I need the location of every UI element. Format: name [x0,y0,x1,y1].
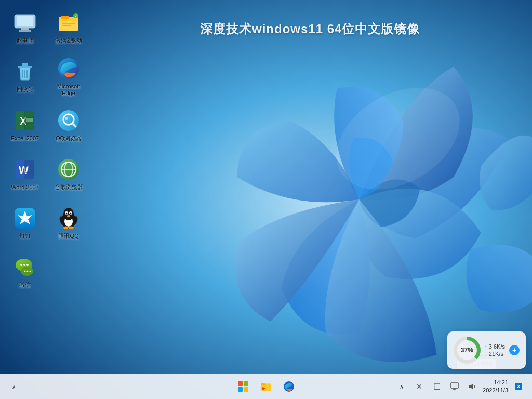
svg-text:W: W [19,164,29,176]
svg-point-51 [69,227,74,229]
svg-point-48 [70,213,72,215]
svg-text:3: 3 [517,384,520,389]
svg-rect-8 [61,16,69,19]
show-hidden-icons-button[interactable]: ∧ [6,379,21,394]
excel-icon: X [12,108,37,133]
checkbox-tray-button[interactable]: ☐ [430,379,444,394]
download-speed-row: ↓ 21K/s [485,351,505,357]
download-arrow-icon: ↓ [485,351,487,357]
cpu-percent: 37% [457,340,477,360]
icon-label-dingding: 钉钉 [19,233,31,240]
svg-point-49 [67,215,70,217]
tencent-qq-icon [56,206,81,231]
icon-label-qq-browser: QQ浏览器 [56,135,82,142]
heyou-browser-icon [56,157,81,182]
taskbar-right: ∧ ✕ ☐ 14:21 2022/11/3 [266,379,526,395]
svg-rect-64 [238,387,243,392]
volume-button[interactable] [465,379,480,394]
icon-excel-2007[interactable]: X Excel 2007 [4,102,46,149]
svg-point-44 [63,208,74,220]
svg-point-55 [20,264,22,266]
icon-label-tencent-qq: 腾讯QQ [58,233,78,240]
time-display: 14:21 [483,379,508,387]
svg-rect-73 [451,383,458,388]
icon-microsoft-edge[interactable]: Microsoft Edge [48,53,89,100]
svg-point-60 [27,271,29,272]
svg-text:✓: ✓ [74,14,77,18]
svg-rect-25 [26,118,33,122]
svg-rect-62 [238,381,243,386]
svg-rect-4 [21,28,29,30]
taskbar-center [234,377,298,396]
edge-taskbar-button[interactable] [280,377,298,396]
upload-arrow-icon: ↑ [485,344,487,350]
icon-label-activate: 激活&驱动 [55,37,82,44]
icon-wechat[interactable]: 微信 [4,248,46,295]
activate-driver-icon: ✓ [56,10,81,35]
icon-label-edge: Microsoft Edge [50,83,87,97]
svg-point-56 [23,264,25,266]
tray-chevron-button[interactable]: ∧ [394,379,409,394]
word-icon: W [12,157,37,182]
svg-rect-13 [18,66,32,68]
svg-rect-70 [262,388,265,389]
svg-marker-76 [469,383,473,390]
svg-rect-69 [262,387,264,388]
icon-heyou-browser[interactable]: 合歌浏览器 [48,151,89,197]
svg-point-57 [26,264,29,266]
download-speed: 21K/s [489,351,503,357]
date-display: 2022/11/3 [483,387,508,394]
add-widget-button[interactable]: + [509,345,520,355]
close-tray-button[interactable]: ✕ [412,379,427,394]
svg-rect-63 [244,381,248,386]
svg-point-47 [66,213,68,215]
desktop: 深度技术windows11 64位中文版镜像 此电脑 [0,0,532,399]
upload-speed: 3.6K/s [489,343,505,350]
desktop-icons-area: 此电脑 ✓ 激活&驱动 [4,4,89,295]
svg-text:X: X [20,115,27,127]
taskbar-left: ∧ [6,379,266,394]
icon-qq-browser[interactable]: QQ浏览器 [48,102,89,149]
network-widget: 37% ↑ 3.6K/s ↓ 21K/s + [447,331,526,369]
svg-point-50 [63,227,69,229]
icon-label-recycle: 回收站 [17,86,34,93]
display-settings-button[interactable] [447,379,462,394]
icon-label-wechat: 微信 [19,282,31,288]
svg-point-59 [24,271,26,272]
wechat-icon [12,255,37,280]
watermark: 深度技术windows11 64位中文版镜像 [200,21,420,37]
svg-rect-68 [261,383,265,385]
cpu-usage-circle: 37% [454,337,481,364]
upload-speed-row: ↑ 3.6K/s [485,343,505,350]
svg-point-61 [30,271,31,272]
svg-rect-14 [22,63,28,66]
icon-label-word: Word 2007 [11,184,39,191]
svg-rect-3 [17,16,33,26]
clock-area[interactable]: 14:21 2022/11/3 [483,379,508,395]
svg-rect-5 [19,30,31,32]
icon-tencent-qq[interactable]: 腾讯QQ [48,200,89,246]
svg-point-26 [58,110,79,131]
icon-word-2007[interactable]: W Word 2007 [4,151,46,197]
microsoft-edge-icon [56,56,81,81]
this-computer-icon [12,10,37,35]
icon-label-excel: Excel 2007 [11,135,39,142]
svg-rect-65 [244,387,248,392]
icon-label-heyou: 合歌浏览器 [55,184,83,191]
icon-label-this-computer: 此电脑 [17,37,34,44]
network-speeds: ↑ 3.6K/s ↓ 21K/s [485,343,505,357]
svg-rect-71 [262,389,264,390]
svg-point-29 [65,117,68,120]
recycle-bin-icon [12,59,37,84]
icon-recycle-bin[interactable]: 回收站 [4,53,46,100]
icon-dingding[interactable]: 钉钉 [4,200,46,246]
qq-browser-icon [56,108,81,133]
icon-this-computer[interactable]: 此电脑 [4,4,46,51]
icon-activate-driver[interactable]: ✓ 激活&驱动 [48,4,89,51]
notification-button[interactable]: 3 [511,379,526,394]
start-button[interactable] [234,377,252,396]
dingding-icon [12,206,37,231]
taskbar: ∧ [0,374,532,399]
file-explorer-button[interactable] [257,377,275,396]
